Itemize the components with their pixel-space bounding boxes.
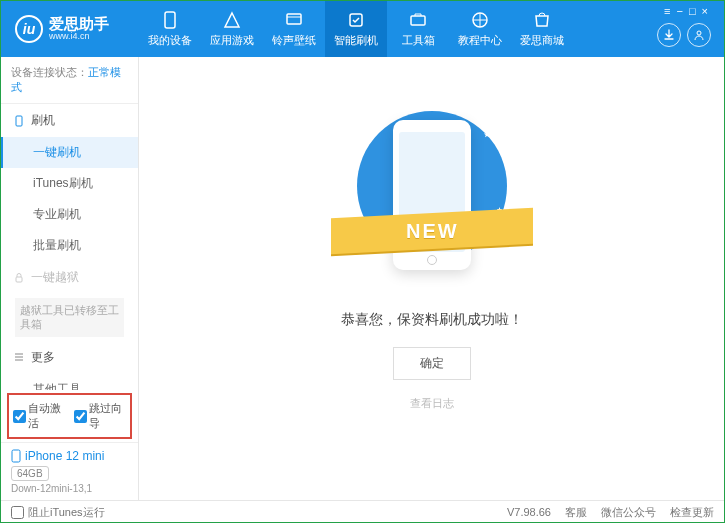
group-flash-label: 刷机	[31, 112, 55, 129]
close-icon[interactable]: ×	[702, 5, 708, 17]
nav-icon	[160, 10, 180, 30]
sidebar-group-more[interactable]: 更多	[1, 341, 138, 374]
nav-label: 工具箱	[402, 33, 435, 48]
window-controls: ≡ − □ ×	[654, 5, 718, 17]
nav-item-2[interactable]: 铃声壁纸	[263, 1, 325, 57]
auto-activate-label: 自动激活	[28, 401, 66, 431]
brand: iu 爱思助手 www.i4.cn	[1, 15, 139, 43]
minimize-icon[interactable]: −	[676, 5, 682, 17]
nav-item-4[interactable]: 工具箱	[387, 1, 449, 57]
sidebar: 设备连接状态：正常模式 刷机 一键刷机iTunes刷机专业刷机批量刷机 一键越狱…	[1, 57, 139, 500]
block-itunes-checkbox[interactable]: 阻止iTunes运行	[11, 505, 105, 520]
group-more-label: 更多	[31, 349, 55, 366]
svg-rect-8	[12, 450, 20, 462]
titlebar: iu 爱思助手 www.i4.cn 我的设备应用游戏铃声壁纸智能刷机工具箱教程中…	[1, 1, 724, 57]
nav-item-5[interactable]: 教程中心	[449, 1, 511, 57]
nav-item-1[interactable]: 应用游戏	[201, 1, 263, 57]
sidebar-item-flash-2[interactable]: 专业刷机	[1, 199, 138, 230]
nav-icon	[408, 10, 428, 30]
brand-title: 爱思助手	[49, 16, 109, 33]
menu-icon	[13, 351, 25, 363]
device-name-row: iPhone 12 mini	[11, 449, 128, 463]
wechat-link[interactable]: 微信公众号	[601, 505, 656, 520]
check-update-link[interactable]: 检查更新	[670, 505, 714, 520]
view-log-link[interactable]: 查看日志	[410, 396, 454, 411]
footer: 阻止iTunes运行 V7.98.66 客服 微信公众号 检查更新	[1, 500, 724, 523]
phone-icon	[13, 115, 25, 127]
success-illustration: NEW	[357, 105, 507, 285]
device-storage-badge: 64GB	[11, 466, 49, 481]
nav-icon	[346, 10, 366, 30]
sidebar-group-jailbreak: 一键越狱	[1, 261, 138, 294]
nav-label: 智能刷机	[334, 33, 378, 48]
auto-activate-checkbox[interactable]: 自动激活	[13, 401, 66, 431]
sidebar-item-flash-0[interactable]: 一键刷机	[1, 137, 138, 168]
device-panel[interactable]: iPhone 12 mini 64GB Down-12mini-13,1	[1, 442, 138, 500]
user-icon[interactable]	[687, 23, 711, 47]
ok-button[interactable]: 确定	[393, 347, 471, 380]
device-phone-icon	[11, 449, 21, 463]
menu-icon[interactable]: ≡	[664, 5, 670, 17]
nav-icon	[284, 10, 304, 30]
svg-rect-0	[165, 12, 175, 28]
nav-label: 铃声壁纸	[272, 33, 316, 48]
nav-label: 应用游戏	[210, 33, 254, 48]
sidebar-item-flash-3[interactable]: 批量刷机	[1, 230, 138, 261]
nav-item-3[interactable]: 智能刷机	[325, 1, 387, 57]
customer-service-link[interactable]: 客服	[565, 505, 587, 520]
skip-guide-label: 跳过向导	[89, 401, 127, 431]
nav-label: 我的设备	[148, 33, 192, 48]
nav-icon	[222, 10, 242, 30]
ribbon-text: NEW	[405, 220, 458, 243]
top-nav: 我的设备应用游戏铃声壁纸智能刷机工具箱教程中心爱思商城	[139, 1, 724, 57]
success-message: 恭喜您，保资料刷机成功啦！	[341, 311, 523, 329]
download-icon[interactable]	[657, 23, 681, 47]
nav-icon	[532, 10, 552, 30]
lock-icon	[13, 272, 25, 284]
sidebar-item-more-0[interactable]: 其他工具	[1, 374, 138, 390]
device-firmware: Down-12mini-13,1	[11, 483, 128, 494]
sidebar-options-highlight: 自动激活 跳过向导	[7, 393, 132, 439]
nav-item-6[interactable]: 爱思商城	[511, 1, 573, 57]
block-itunes-label: 阻止iTunes运行	[28, 505, 105, 520]
maximize-icon[interactable]: □	[689, 5, 696, 17]
svg-point-5	[697, 31, 701, 35]
group-jailbreak-label: 一键越狱	[31, 269, 79, 286]
version-label: V7.98.66	[507, 506, 551, 518]
nav-label: 教程中心	[458, 33, 502, 48]
nav-icon	[470, 10, 490, 30]
status-label: 设备连接状态：	[11, 66, 88, 78]
sidebar-item-flash-1[interactable]: iTunes刷机	[1, 168, 138, 199]
brand-subtitle: www.i4.cn	[49, 32, 109, 42]
logo-icon: iu	[15, 15, 43, 43]
sidebar-group-flash[interactable]: 刷机	[1, 104, 138, 137]
jailbreak-note: 越狱工具已转移至工具箱	[15, 298, 124, 337]
main-content: NEW 恭喜您，保资料刷机成功啦！ 确定 查看日志	[139, 57, 724, 500]
nav-label: 爱思商城	[520, 33, 564, 48]
svg-rect-1	[287, 14, 301, 24]
device-name: iPhone 12 mini	[25, 449, 104, 463]
nav-item-0[interactable]: 我的设备	[139, 1, 201, 57]
svg-rect-7	[16, 277, 22, 282]
svg-rect-6	[16, 116, 22, 126]
svg-rect-3	[411, 16, 425, 25]
skip-guide-checkbox[interactable]: 跳过向导	[74, 401, 127, 431]
connection-status: 设备连接状态：正常模式	[1, 57, 138, 104]
